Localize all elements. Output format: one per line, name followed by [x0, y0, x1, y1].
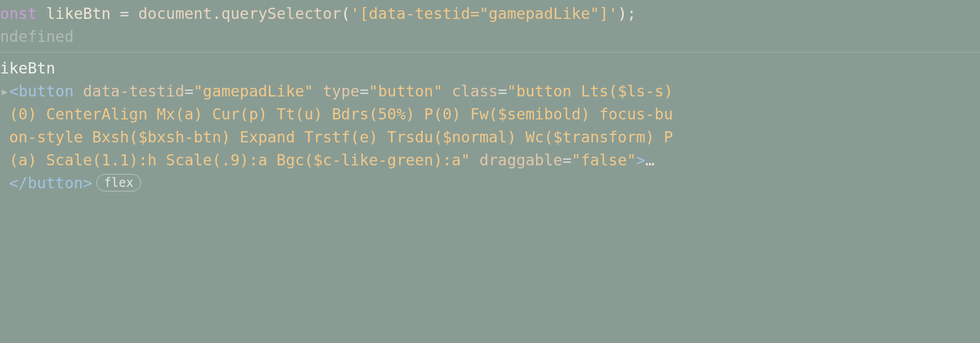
attr-draggable-val: "false"	[572, 151, 636, 169]
attr-data-testid: data-testid	[74, 82, 185, 100]
ellipsis[interactable]: …	[645, 151, 654, 169]
console-output-line-1: ndefined	[0, 25, 980, 48]
console-input-line-1: onst likeBtn = document.querySelector('[…	[0, 2, 980, 25]
tag-gt: >	[636, 151, 645, 169]
dot: .	[212, 5, 221, 22]
output-html-line-4: (a) Scale(1.1):h Scale(.9):a Bgc($c-like…	[0, 149, 980, 172]
tag-open-bracket: <	[9, 82, 18, 100]
class-value-part4: (a) Scale(1.1):h Scale(.9):a Bgc($c-like…	[9, 151, 461, 169]
tag-name-button: button	[18, 82, 74, 100]
equals-operator: =	[111, 5, 138, 22]
class-value-part2: (0) CenterAlign Mx(a) Cur(p) Tt(u) Bdrs(…	[9, 105, 673, 123]
method-queryselector: querySelector	[222, 5, 341, 22]
output-html-line-2: (0) CenterAlign Mx(a) Cur(p) Tt(u) Bdrs(…	[0, 103, 980, 126]
object-document: document	[138, 5, 212, 22]
rparen: )	[618, 5, 627, 22]
display-flex-badge[interactable]: flex	[96, 174, 141, 191]
variable-name: likeBtn	[46, 5, 110, 22]
expand-caret-icon[interactable]: ▸	[0, 82, 9, 100]
close-tag-gt: >	[83, 174, 92, 192]
attr-data-testid-val: "gamepadLike"	[193, 82, 313, 100]
undefined-result: ndefined	[0, 28, 74, 45]
attr-type: type	[313, 82, 359, 100]
keyword-const: onst	[0, 5, 46, 22]
class-quote-close: "	[461, 151, 470, 169]
semicolon: ;	[627, 5, 636, 22]
class-quote-open: "	[507, 82, 516, 100]
attr-class: class	[443, 82, 498, 100]
output-html-line-1: ▸<button data-testid="gamepadLike" type=…	[0, 80, 980, 103]
console-entry-2: ikeBtn ▸<button data-testid="gamepadLike…	[0, 53, 980, 199]
class-value-part1: button Lts($ls-s)	[517, 82, 682, 100]
attr-type-val: "button"	[369, 82, 443, 100]
devtools-console[interactable]: onst likeBtn = document.querySelector('[…	[0, 0, 980, 199]
output-html-line-3: on-style Bxsh($bxsh-btn) Expand Trstf(e)…	[0, 126, 980, 149]
string-arg: '[data-testid="gamepadLike"]'	[350, 5, 618, 22]
attr-draggable: draggable	[470, 151, 562, 169]
console-input-line-2: ikeBtn	[0, 57, 980, 80]
console-entry-1: onst likeBtn = document.querySelector('[…	[0, 0, 980, 53]
input-variable: ikeBtn	[0, 59, 55, 77]
lparen: (	[341, 5, 350, 22]
output-html-line-5: </button>flex	[0, 172, 980, 194]
close-tag-name: button	[28, 174, 83, 192]
class-value-part3: on-style Bxsh($bxsh-btn) Expand Trstf(e)…	[9, 128, 673, 146]
close-tag-open: </	[9, 174, 28, 192]
